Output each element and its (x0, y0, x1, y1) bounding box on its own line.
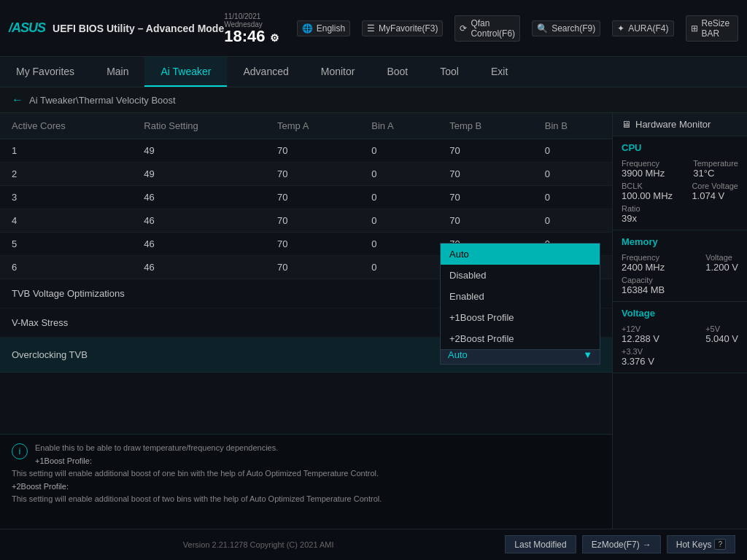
cell-binA[interactable]: 0 (360, 233, 438, 256)
metric-pair: BCLK100.00 MHzCore Voltage1.074 V (622, 182, 738, 201)
nav-exit[interactable]: Exit (475, 57, 524, 87)
cell-tempB[interactable]: 70 (438, 209, 533, 233)
col-temp-a: Temp A (266, 113, 360, 139)
cell-ratio[interactable]: 46 (132, 209, 266, 233)
cell-tempA[interactable]: 70 (266, 233, 360, 256)
overclocking-dropdown-container: AutoDisabledEnabled+1Boost Profile+2Boos… (440, 345, 600, 365)
cell-ratio[interactable]: 46 (132, 256, 266, 279)
language-button[interactable]: 🌐 English (297, 20, 350, 36)
my-favorite-button[interactable]: ☰ MyFavorite(F3) (362, 20, 443, 36)
cell-cores[interactable]: 5 (0, 233, 132, 256)
search-icon: 🔍 (537, 23, 548, 34)
datetime: 11/10/2021 Wednesday 18:46 ⚙ (224, 12, 279, 44)
footer: Version 2.21.1278 Copyright (C) 2021 AMI… (0, 529, 747, 559)
navigation-bar: My Favorites Main Ai Tweaker Advanced Mo… (0, 57, 747, 88)
nav-ai-tweaker[interactable]: Ai Tweaker (144, 57, 227, 87)
header-right: 11/10/2021 Wednesday 18:46 ⚙ 🌐 English ☰… (224, 9, 738, 47)
question-mark-icon: ? (714, 539, 726, 550)
cell-cores[interactable]: 2 (0, 163, 132, 186)
table-row: 1 49 70 0 70 0 (0, 139, 612, 163)
cell-cores[interactable]: 3 (0, 186, 132, 209)
chevron-down-icon: ▼ (583, 349, 592, 360)
col-bin-b: Bin B (533, 113, 612, 139)
cell-tempA[interactable]: 70 (266, 256, 360, 279)
col-temp-b: Temp B (438, 113, 533, 139)
sidebar-section: MemoryFrequency2400 MHzVoltage1.200 VCap… (613, 230, 747, 302)
cell-binB[interactable]: 0 (533, 209, 612, 233)
main-area: Active Cores Ratio Setting Temp A Bin A … (0, 113, 747, 529)
header: /ASUS UEFI BIOS Utility – Advanced Mode … (0, 0, 747, 57)
cell-binB[interactable]: 0 (533, 163, 612, 186)
dropdown-item[interactable]: Enabled (441, 286, 600, 307)
metric-cell: BCLK100.00 MHz (622, 182, 673, 201)
cell-tempA[interactable]: 70 (266, 139, 360, 163)
metric-value: 39x (622, 213, 738, 224)
time-display: 18:46 ⚙ (224, 28, 279, 44)
dropdown-current-value: Auto (448, 349, 468, 360)
cell-tempB[interactable]: 70 (438, 139, 533, 163)
col-active-cores: Active Cores (0, 113, 132, 139)
hardware-monitor-title: 🖥 Hardware Monitor (613, 113, 747, 136)
cell-ratio[interactable]: 49 (132, 163, 266, 186)
dropdown-item[interactable]: +1Boost Profile (441, 307, 600, 328)
metric-pair: Frequency3900 MHzTemperature31°C (622, 159, 738, 179)
nav-advanced[interactable]: Advanced (227, 57, 304, 87)
dropdown-item[interactable]: Disabled (441, 265, 600, 286)
cell-tempB[interactable]: 70 (438, 163, 533, 186)
hardware-monitor-sidebar: 🖥 Hardware Monitor CPUFrequency3900 MHzT… (612, 113, 747, 529)
metric-value: 31°C (693, 168, 738, 179)
cell-binA[interactable]: 0 (360, 256, 438, 279)
metric-cell: Frequency3900 MHz (622, 159, 665, 179)
cell-tempA[interactable]: 70 (266, 163, 360, 186)
cell-tempB[interactable]: 70 (438, 186, 533, 209)
info-text: Enable this to be able to draw temperatu… (12, 442, 600, 506)
metric-pair: +12V12.288 V+5V5.040 V (622, 324, 738, 344)
table-row: 2 49 70 0 70 0 (0, 163, 612, 186)
cell-binA[interactable]: 0 (360, 139, 438, 163)
dropdown-item[interactable]: +2Boost Profile (441, 328, 600, 349)
cell-cores[interactable]: 4 (0, 209, 132, 233)
cell-binB[interactable]: 0 (533, 139, 612, 163)
version-text: Version 2.21.1278 Copyright (C) 2021 AMI (183, 540, 334, 549)
cell-ratio[interactable]: 46 (132, 233, 266, 256)
nav-monitor[interactable]: Monitor (305, 57, 371, 87)
cell-cores[interactable]: 6 (0, 256, 132, 279)
ez-mode-arrow-icon: → (643, 540, 651, 550)
settings-gear-icon[interactable]: ⚙ (270, 32, 279, 44)
cell-binA[interactable]: 0 (360, 186, 438, 209)
metric-label: Temperature (693, 159, 738, 168)
qfan-control-button[interactable]: ⟳ Qfan Control(F6) (454, 15, 520, 42)
cell-cores[interactable]: 1 (0, 139, 132, 163)
overclocking-tvb-label: Overclocking TVB (12, 349, 440, 360)
cell-ratio[interactable]: 49 (132, 139, 266, 163)
back-button[interactable]: ← (12, 93, 23, 106)
cell-binB[interactable]: 0 (533, 186, 612, 209)
cell-tempA[interactable]: 70 (266, 186, 360, 209)
nav-tool[interactable]: Tool (424, 57, 475, 87)
dropdown-menu: AutoDisabledEnabled+1Boost Profile+2Boos… (440, 243, 600, 350)
aura-button[interactable]: ✦ AURA(F4) (612, 20, 673, 36)
nav-boot[interactable]: Boot (371, 57, 424, 87)
cell-binA[interactable]: 0 (360, 209, 438, 233)
info-line: +2Boost Profile: (12, 481, 600, 494)
metric-label: BCLK (622, 182, 673, 190)
fan-icon: ⟳ (460, 23, 467, 34)
cell-binA[interactable]: 0 (360, 163, 438, 186)
nav-main[interactable]: Main (90, 57, 144, 87)
table-row: 4 46 70 0 70 0 (0, 209, 612, 233)
nav-my-favorites[interactable]: My Favorites (0, 57, 90, 87)
resize-bar-button[interactable]: ⊞ ReSize BAR (686, 15, 739, 42)
search-button[interactable]: 🔍 Search(F9) (532, 20, 600, 36)
bios-title: UEFI BIOS Utility – Advanced Mode (53, 23, 224, 34)
metric-cell: +5V5.040 V (705, 324, 738, 344)
metric-cell: +12V12.288 V (622, 324, 659, 344)
dropdown-item[interactable]: Auto (441, 244, 600, 265)
hot-keys-button[interactable]: Hot Keys ? (667, 535, 735, 553)
cell-ratio[interactable]: 46 (132, 186, 266, 209)
cell-tempA[interactable]: 70 (266, 209, 360, 233)
ez-mode-button[interactable]: EzMode(F7) → (582, 535, 661, 553)
last-modified-button[interactable]: Last Modified (505, 535, 576, 553)
sidebar-section-title: Memory (622, 236, 738, 247)
info-icon: i (12, 443, 28, 459)
footer-buttons: Last Modified EzMode(F7) → Hot Keys ? (505, 535, 735, 553)
